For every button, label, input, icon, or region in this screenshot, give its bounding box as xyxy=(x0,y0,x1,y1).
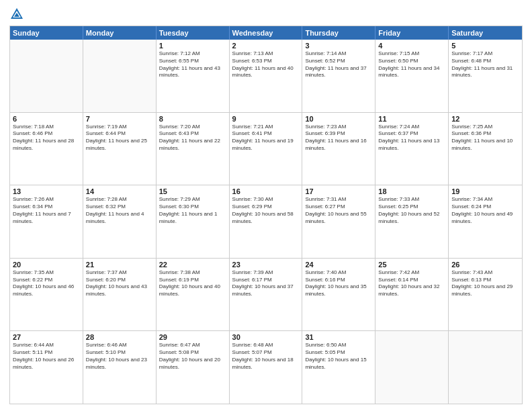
day-cell-8: 8Sunrise: 7:20 AMSunset: 6:43 PMDaylight… xyxy=(157,113,230,185)
day-number: 26 xyxy=(451,261,519,269)
day-number: 1 xyxy=(159,42,226,50)
day-info: Sunrise: 7:18 AMSunset: 6:46 PMDaylight:… xyxy=(13,124,80,152)
day-info: Sunrise: 7:38 AMSunset: 6:19 PMDaylight:… xyxy=(159,269,226,298)
calendar: SundayMondayTuesdayWednesdayThursdayFrid… xyxy=(9,26,523,404)
day-cell-25: 25Sunrise: 7:42 AMSunset: 6:14 PMDayligh… xyxy=(375,259,449,331)
day-number: 29 xyxy=(159,333,226,341)
day-number: 20 xyxy=(13,261,80,269)
day-info: Sunrise: 7:24 AMSunset: 6:37 PMDaylight:… xyxy=(378,124,445,152)
logo-area xyxy=(9,7,27,21)
day-info: Sunrise: 7:15 AMSunset: 6:50 PMDaylight:… xyxy=(378,50,445,79)
day-number: 18 xyxy=(378,187,445,195)
day-number: 22 xyxy=(159,261,226,269)
day-info: Sunrise: 7:37 AMSunset: 6:20 PMDaylight:… xyxy=(86,269,153,298)
day-number: 9 xyxy=(232,115,300,123)
day-info: Sunrise: 6:46 AMSunset: 5:10 PMDaylight:… xyxy=(86,342,153,371)
day-number: 19 xyxy=(451,187,519,195)
day-cell-6: 6Sunrise: 7:18 AMSunset: 6:46 PMDaylight… xyxy=(10,113,83,185)
day-cell-29: 29Sunrise: 6:47 AMSunset: 5:08 PMDayligh… xyxy=(157,331,230,404)
day-number: 27 xyxy=(13,333,80,341)
day-info: Sunrise: 7:40 AMSunset: 6:16 PMDaylight:… xyxy=(305,269,372,298)
day-info: Sunrise: 7:25 AMSunset: 6:36 PMDaylight:… xyxy=(451,124,519,152)
day-info: Sunrise: 7:29 AMSunset: 6:30 PMDaylight:… xyxy=(159,196,226,225)
day-number: 25 xyxy=(378,261,445,269)
day-info: Sunrise: 7:43 AMSunset: 6:13 PMDaylight:… xyxy=(451,269,519,298)
day-cell-3: 3Sunrise: 7:14 AMSunset: 6:52 PMDaylight… xyxy=(302,40,375,112)
weekday-header-saturday: Saturday xyxy=(449,26,522,40)
day-number: 12 xyxy=(451,115,519,123)
day-number: 17 xyxy=(305,187,372,195)
day-number: 6 xyxy=(13,115,80,123)
day-info: Sunrise: 6:44 AMSunset: 5:11 PMDaylight:… xyxy=(13,342,80,371)
day-info: Sunrise: 6:50 AMSunset: 5:05 PMDaylight:… xyxy=(305,342,372,371)
calendar-body: 1Sunrise: 7:12 AMSunset: 6:55 PMDaylight… xyxy=(10,40,522,404)
day-cell-13: 13Sunrise: 7:26 AMSunset: 6:34 PMDayligh… xyxy=(10,185,83,258)
day-number: 15 xyxy=(159,187,226,195)
day-cell-28: 28Sunrise: 6:46 AMSunset: 5:10 PMDayligh… xyxy=(83,331,157,404)
day-cell-24: 24Sunrise: 7:40 AMSunset: 6:16 PMDayligh… xyxy=(302,259,375,331)
day-info: Sunrise: 7:21 AMSunset: 6:41 PMDaylight:… xyxy=(232,124,300,152)
day-number: 30 xyxy=(232,333,300,341)
day-info: Sunrise: 7:19 AMSunset: 6:44 PMDaylight:… xyxy=(86,124,153,152)
day-number: 13 xyxy=(13,187,80,195)
day-number: 10 xyxy=(305,115,372,123)
empty-cell-0-0 xyxy=(10,40,83,112)
day-number: 24 xyxy=(305,261,372,269)
day-cell-26: 26Sunrise: 7:43 AMSunset: 6:13 PMDayligh… xyxy=(449,259,522,331)
day-number: 16 xyxy=(232,187,300,195)
day-info: Sunrise: 7:39 AMSunset: 6:17 PMDaylight:… xyxy=(232,269,300,298)
empty-cell-4-5 xyxy=(375,331,449,404)
weekday-header-tuesday: Tuesday xyxy=(157,26,230,40)
day-info: Sunrise: 6:48 AMSunset: 5:07 PMDaylight:… xyxy=(232,342,300,371)
day-cell-18: 18Sunrise: 7:33 AMSunset: 6:25 PMDayligh… xyxy=(375,185,449,258)
weekday-header-thursday: Thursday xyxy=(302,26,375,40)
day-number: 5 xyxy=(451,42,519,50)
day-cell-7: 7Sunrise: 7:19 AMSunset: 6:44 PMDaylight… xyxy=(83,113,157,185)
day-info: Sunrise: 7:30 AMSunset: 6:29 PMDaylight:… xyxy=(232,196,300,225)
logo-icon xyxy=(9,7,24,21)
day-cell-16: 16Sunrise: 7:30 AMSunset: 6:29 PMDayligh… xyxy=(230,185,303,258)
calendar-row-3: 20Sunrise: 7:35 AMSunset: 6:22 PMDayligh… xyxy=(10,258,522,331)
day-cell-20: 20Sunrise: 7:35 AMSunset: 6:22 PMDayligh… xyxy=(10,259,83,331)
day-info: Sunrise: 7:34 AMSunset: 6:24 PMDaylight:… xyxy=(451,196,519,225)
day-info: Sunrise: 7:28 AMSunset: 6:32 PMDaylight:… xyxy=(86,196,153,225)
day-number: 14 xyxy=(86,187,153,195)
day-cell-17: 17Sunrise: 7:31 AMSunset: 6:27 PMDayligh… xyxy=(302,185,375,258)
day-number: 2 xyxy=(232,42,300,50)
day-info: Sunrise: 7:23 AMSunset: 6:39 PMDaylight:… xyxy=(305,124,372,152)
day-info: Sunrise: 7:20 AMSunset: 6:43 PMDaylight:… xyxy=(159,124,226,152)
day-cell-1: 1Sunrise: 7:12 AMSunset: 6:55 PMDaylight… xyxy=(157,40,230,112)
page: SundayMondayTuesdayWednesdayThursdayFrid… xyxy=(0,0,532,411)
calendar-row-4: 27Sunrise: 6:44 AMSunset: 5:11 PMDayligh… xyxy=(10,330,522,404)
weekday-header-friday: Friday xyxy=(375,26,449,40)
day-info: Sunrise: 7:13 AMSunset: 6:53 PMDaylight:… xyxy=(232,50,300,79)
day-info: Sunrise: 7:42 AMSunset: 6:14 PMDaylight:… xyxy=(378,269,445,298)
day-cell-31: 31Sunrise: 6:50 AMSunset: 5:05 PMDayligh… xyxy=(302,331,375,404)
day-number: 8 xyxy=(159,115,226,123)
day-cell-23: 23Sunrise: 7:39 AMSunset: 6:17 PMDayligh… xyxy=(230,259,303,331)
day-number: 28 xyxy=(86,333,153,341)
weekday-header-sunday: Sunday xyxy=(10,26,83,40)
empty-cell-4-6 xyxy=(449,331,522,404)
day-cell-4: 4Sunrise: 7:15 AMSunset: 6:50 PMDaylight… xyxy=(375,40,449,112)
day-cell-21: 21Sunrise: 7:37 AMSunset: 6:20 PMDayligh… xyxy=(83,259,157,331)
day-cell-10: 10Sunrise: 7:23 AMSunset: 6:39 PMDayligh… xyxy=(302,113,375,185)
day-cell-15: 15Sunrise: 7:29 AMSunset: 6:30 PMDayligh… xyxy=(157,185,230,258)
calendar-row-1: 6Sunrise: 7:18 AMSunset: 6:46 PMDaylight… xyxy=(10,112,522,185)
day-cell-27: 27Sunrise: 6:44 AMSunset: 5:11 PMDayligh… xyxy=(10,331,83,404)
day-cell-2: 2Sunrise: 7:13 AMSunset: 6:53 PMDaylight… xyxy=(230,40,303,112)
day-cell-5: 5Sunrise: 7:17 AMSunset: 6:48 PMDaylight… xyxy=(449,40,522,112)
day-info: Sunrise: 7:17 AMSunset: 6:48 PMDaylight:… xyxy=(451,50,519,79)
day-info: Sunrise: 7:12 AMSunset: 6:55 PMDaylight:… xyxy=(159,50,226,79)
calendar-row-2: 13Sunrise: 7:26 AMSunset: 6:34 PMDayligh… xyxy=(10,185,522,258)
day-cell-19: 19Sunrise: 7:34 AMSunset: 6:24 PMDayligh… xyxy=(449,185,522,258)
day-info: Sunrise: 7:33 AMSunset: 6:25 PMDaylight:… xyxy=(378,196,445,225)
weekday-header-wednesday: Wednesday xyxy=(230,26,303,40)
day-number: 4 xyxy=(378,42,445,50)
day-info: Sunrise: 7:26 AMSunset: 6:34 PMDaylight:… xyxy=(13,196,80,225)
day-info: Sunrise: 7:14 AMSunset: 6:52 PMDaylight:… xyxy=(305,50,372,79)
day-number: 23 xyxy=(232,261,300,269)
day-cell-9: 9Sunrise: 7:21 AMSunset: 6:41 PMDaylight… xyxy=(230,113,303,185)
calendar-header: SundayMondayTuesdayWednesdayThursdayFrid… xyxy=(10,26,522,40)
day-cell-14: 14Sunrise: 7:28 AMSunset: 6:32 PMDayligh… xyxy=(83,185,157,258)
